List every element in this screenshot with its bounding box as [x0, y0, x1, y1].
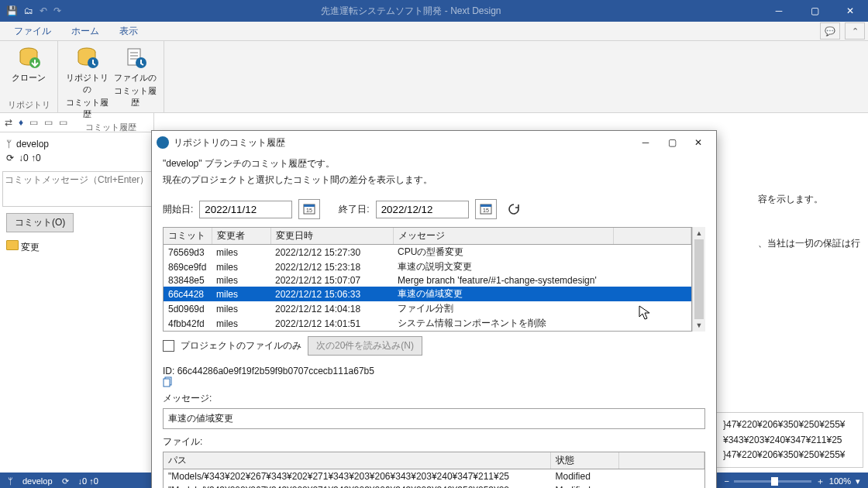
col-commit[interactable]: コミット	[164, 228, 212, 245]
commit-button[interactable]: コミット(O)	[6, 213, 74, 232]
zoom-out-button[interactable]: −	[724, 476, 728, 486]
col-message[interactable]: メッセージ	[393, 228, 614, 245]
commit-row[interactable]: 4fbb42fdmiles2022/12/12 14:01:51システム情報コン…	[164, 316, 691, 331]
message-box: 車速の値域変更	[163, 408, 705, 429]
commit-row[interactable]: 66c4428miles2022/12/12 15:06:33車速の値域変更	[164, 287, 691, 301]
svg-text:15: 15	[306, 208, 312, 213]
end-date-label: 終了日:	[339, 203, 369, 216]
dialog-titlebar: リポジトリのコミット履歴 ─ ▢ ✕	[152, 131, 716, 154]
branch-node[interactable]: ᛘ develop	[6, 137, 147, 151]
stash-icon[interactable]: ▭	[29, 117, 38, 128]
ribbon-group-repository: クローン リポジトリ	[0, 41, 58, 112]
status-sync-icon[interactable]: ⟳	[62, 476, 69, 486]
bg-path: }47¥220¥206¥350¥250¥255¥	[723, 448, 855, 462]
files-grid[interactable]: パス 状態 "Models/¥343¥202¥267¥343¥202¥271¥3…	[163, 452, 705, 488]
zoom-dropdown-icon[interactable]: ▾	[856, 476, 860, 486]
zoom-controls: − ＋ 100% ▾	[724, 476, 860, 487]
ribbon-group-commit-history: リポジトリの コミット履歴 ファイルの コミット履歴 コミット履歴	[58, 41, 164, 112]
load-more-button[interactable]: 次の20件を読み込み(N)	[308, 336, 422, 356]
status-branch-icon[interactable]: ᛘ	[8, 476, 13, 486]
ribbon: クローン リポジトリ リポジトリの コミット履歴 ファイルの コミット履歴 コミ…	[0, 41, 868, 113]
commit-grid[interactable]: コミット 変更者 変更日時 メッセージ 76569d3miles2022/12/…	[163, 227, 692, 332]
changes-node[interactable]: 変更	[0, 237, 153, 257]
start-date-input[interactable]	[199, 201, 292, 218]
branch-tree: ᛘ develop ⟳ ↓0 ↑0	[0, 132, 153, 170]
end-date-input[interactable]	[376, 201, 469, 218]
bg-path: }47¥220¥206¥350¥250¥255¥	[723, 418, 855, 432]
col-state[interactable]: 状態	[551, 452, 619, 469]
start-date-label: 開始日:	[163, 203, 193, 216]
save-icon[interactable]: 💾	[6, 5, 18, 16]
col-date[interactable]: 変更日時	[270, 228, 393, 245]
refresh-button[interactable]	[506, 201, 522, 217]
file-row[interactable]: "Models/¥343¥202¥267¥343¥202¥271¥343¥203…	[164, 483, 704, 488]
commit-grid-wrap: コミット 変更者 変更日時 メッセージ 76569d3miles2022/12/…	[163, 227, 705, 332]
message-label: メッセージ:	[163, 392, 705, 405]
project-files-only-label: プロジェクトのファイルのみ	[181, 339, 301, 352]
sidebar-mini-toolbar: ⇄ ♦ ▭ ▭ ▭	[0, 113, 153, 132]
scroll-up-icon[interactable]: ▲	[693, 227, 705, 239]
col-path[interactable]: パス	[164, 452, 551, 469]
copy-id-icon[interactable]	[163, 376, 705, 387]
clone-button[interactable]: クローン	[6, 44, 51, 98]
sync-row[interactable]: ⟳ ↓0 ↑0	[6, 151, 147, 165]
commit-history-dialog: リポジトリのコミット履歴 ─ ▢ ✕ "develop" ブランチのコミット履歴…	[151, 130, 717, 488]
repo-history-button[interactable]: リポジトリの コミット履歴	[64, 44, 109, 120]
commit-grid-scrollbar[interactable]: ▲ ▼	[692, 227, 705, 332]
status-sync[interactable]: ↓0 ↑0	[78, 476, 98, 486]
dialog-desc: "develop" ブランチのコミット履歴です。	[163, 157, 705, 170]
load-more-row: プロジェクトのファイルのみ 次の20件を読み込み(N)	[163, 336, 705, 356]
tab-home[interactable]: ホーム	[62, 22, 108, 40]
dialog-minimize-button[interactable]: ─	[632, 137, 659, 149]
zoom-in-button[interactable]: ＋	[816, 476, 825, 487]
col-spacer	[619, 452, 704, 469]
scroll-thumb[interactable]	[694, 239, 704, 319]
dialog-maximize-button[interactable]: ▢	[659, 137, 685, 149]
folder-icon	[6, 240, 19, 250]
comment-icon[interactable]: 💬	[820, 22, 840, 40]
more-icon[interactable]: ▭	[59, 117, 67, 128]
commit-row[interactable]: 869ce9fdmiles2022/12/12 15:23:18車速の説明文変更	[164, 259, 691, 274]
bg-path: ¥343¥203¥240¥347¥211¥25	[723, 433, 855, 448]
redo-icon[interactable]: ↷	[53, 5, 61, 16]
main-area: ⇄ ♦ ▭ ▭ ▭ ᛘ develop ⟳ ↓0 ↑0 コミット(O) 変更 容…	[0, 113, 868, 473]
dialog-desc: 現在のプロジェクトと選択したコミット間の差分を表示します。	[163, 174, 705, 187]
bg-text: 、当社は一切の保証は行	[758, 235, 860, 253]
project-files-only-checkbox[interactable]	[163, 340, 174, 352]
tab-file[interactable]: ファイル	[5, 22, 60, 40]
svg-rect-13	[164, 379, 170, 387]
app-title: 先進運転システムソフト開発 - Next Design	[67, 5, 755, 18]
commit-row[interactable]: 5d0969dmiles2022/12/12 14:04:18ファイル分割	[164, 301, 691, 316]
minimize-button[interactable]: ─	[761, 0, 797, 22]
date-range-row: 開始日: 15 終了日: 15	[163, 199, 705, 219]
tab-view[interactable]: 表示	[110, 22, 147, 40]
maximize-button[interactable]: ▢	[797, 0, 832, 22]
start-date-picker-button[interactable]: 15	[298, 199, 320, 219]
end-date-picker-button[interactable]: 15	[475, 199, 497, 219]
panel-toggle-icon[interactable]: ⇄	[5, 117, 12, 128]
commit-row[interactable]: 83848e5miles2022/12/12 15:07:07Merge bra…	[164, 274, 691, 287]
status-branch[interactable]: develop	[22, 476, 53, 486]
scroll-down-icon[interactable]: ▼	[693, 319, 705, 332]
svg-text:15: 15	[483, 208, 489, 213]
zoom-slider[interactable]	[734, 480, 811, 483]
collapse-ribbon-icon[interactable]: ⌃	[845, 22, 865, 40]
commit-message-input[interactable]	[2, 171, 154, 207]
dialog-close-button[interactable]: ✕	[685, 137, 711, 149]
close-button[interactable]: ✕	[832, 0, 868, 22]
branch-icon[interactable]: ♦	[19, 117, 23, 128]
undo-icon[interactable]: ↶	[40, 5, 47, 16]
bg-text: 容を示します。	[758, 191, 860, 208]
col-spacer	[614, 228, 691, 245]
dialog-app-icon	[157, 136, 169, 149]
file-row[interactable]: "Models/¥343¥202¥267¥343¥202¥271¥343¥203…	[164, 469, 704, 483]
sidebar: ⇄ ♦ ▭ ▭ ▭ ᛘ develop ⟳ ↓0 ↑0 コミット(O) 変更	[0, 113, 154, 473]
file-label: ファイル:	[163, 435, 705, 448]
save-all-icon[interactable]: 🗂	[24, 5, 33, 16]
svg-rect-7	[304, 204, 315, 207]
file-history-button[interactable]: ファイルの コミット履歴	[112, 44, 157, 120]
ribbon-tabs: ファイル ホーム 表示 💬 ⌃	[0, 22, 868, 41]
sync-icon[interactable]: ▭	[44, 117, 53, 128]
commit-row[interactable]: 76569d3miles2022/12/12 15:27:30CPUの型番変更	[164, 245, 691, 260]
col-author[interactable]: 変更者	[212, 228, 270, 245]
